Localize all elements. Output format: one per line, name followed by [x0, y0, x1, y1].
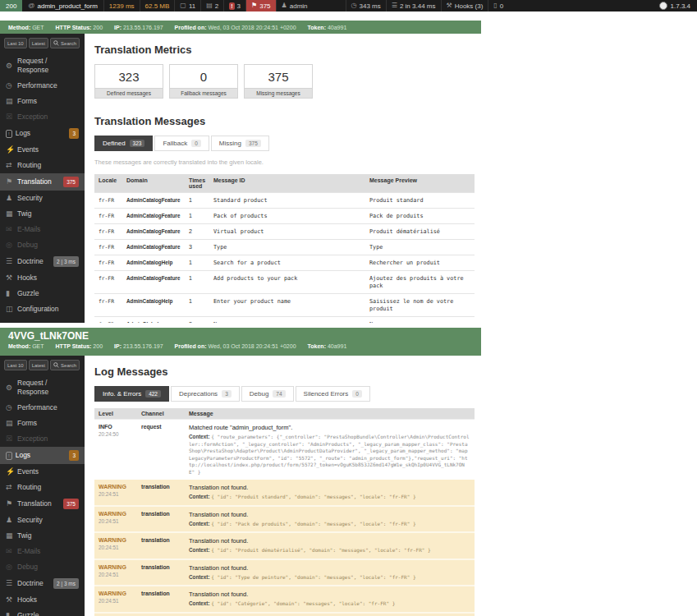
tab[interactable]: Defined 323 [94, 136, 153, 151]
toolbar-item[interactable]: ⚒ Hooks (3) [441, 0, 488, 11]
sidebar-item[interactable]: ▮ Guzzle [0, 286, 85, 301]
log-channel: translation [137, 480, 185, 506]
tab-count-badge: 3 [222, 390, 232, 398]
sidebar-item[interactable]: ⚑ Translation 375 [0, 173, 85, 191]
http-status-badge[interactable]: 200 [0, 0, 22, 11]
sidebar-item[interactable]: ☒ Exception [0, 109, 85, 125]
log-context: Context: { "id": "Produit dématérialisé"… [189, 547, 470, 554]
log-message: Translation not found. [189, 484, 470, 491]
profiler-meta-item: Profiled on: Wed, 03 Oct 2018 20:24:51 +… [175, 25, 296, 30]
sidebar-item[interactable]: ◎ Debug [0, 559, 85, 575]
tab[interactable]: Silenced Errors 0 [296, 386, 370, 402]
sidebar-item[interactable]: ⚒ Hooks [0, 270, 85, 286]
sidebar-button[interactable]: Search [50, 360, 80, 370]
sidebar-item[interactable]: ◷ Performance [0, 78, 85, 94]
sidebar-item-label: Hooks [17, 595, 37, 605]
log-message: Translation not found. [189, 591, 470, 598]
sidebar-button[interactable]: Latest [29, 38, 48, 48]
toolbar-item[interactable]: ☰ 2 in 3.44 ms [386, 0, 441, 11]
toolbar-version[interactable]: 1.7.3.4 [653, 0, 697, 11]
sidebar-item-icon: ▮ [6, 611, 17, 616]
toolbar-item[interactable]: 62.5 MB [140, 0, 175, 11]
tab[interactable]: Fallback 0 [154, 136, 209, 151]
toolbar-item[interactable]: ! 3 [223, 0, 245, 11]
toolbar-item-icon: ▤ [206, 2, 213, 9]
profiler-meta-item: IP: 213.55.176.197 [114, 343, 163, 349]
sidebar-item-label: Forms [17, 97, 37, 106]
cell-times-used: 1 [185, 271, 209, 294]
profiler-panel-logs: 4VVG_tLNk7ONE Method: GET HTTP Status: 2… [0, 328, 481, 616]
log-channel: translation [137, 586, 185, 613]
cell-message-id: Pack of products [209, 209, 365, 224]
toolbar-route[interactable]: @ admin_product_form [22, 0, 103, 11]
tab-note: These messages are correctly translated … [94, 159, 475, 166]
sidebar-item[interactable]: ☰ Doctrine 2 | 3 ms [0, 575, 85, 592]
metric-box: 323 Defined messages [94, 64, 163, 99]
meta-value: Wed, 03 Oct 2018 20:24:51 +0200 [208, 343, 296, 349]
sidebar-item[interactable]: ⚡ Events [0, 142, 85, 158]
toolbar-item[interactable]: ♟ admin [276, 0, 313, 11]
cell-times-used: 1 [185, 255, 209, 271]
sidebar-item[interactable]: ▦ Twig [0, 528, 85, 544]
sidebar-button[interactable]: Latest [29, 360, 48, 370]
sidebar-item[interactable]: ☒ Exception [0, 431, 85, 447]
toolbar-item[interactable]: ▯ 0 [488, 0, 508, 11]
sidebar-item-icon: ✉ [6, 547, 17, 556]
tab[interactable]: Deprecations 3 [171, 386, 240, 402]
context-value: { "id": "Type de peinture", "domain": "m… [211, 574, 415, 580]
toolbar-item[interactable]: 1239 ms [103, 0, 140, 11]
sidebar-item-label: Guzzle [17, 611, 39, 616]
sidebar-item[interactable]: ⚙ Request / Response [0, 375, 85, 400]
toolbar-item[interactable]: ▢ 11 [174, 0, 200, 11]
sidebar-item[interactable]: ⚑ Translation 375 [0, 495, 85, 513]
route-name: admin_product_form [37, 2, 97, 10]
sidebar-item[interactable]: ▤ Forms [0, 416, 85, 431]
sidebar-item-icon: ◎ [6, 563, 17, 572]
tab[interactable]: Info. & Errors 422 [94, 386, 169, 402]
tab-label: Deprecations [179, 390, 218, 398]
sidebar-item-label: Debug [17, 241, 38, 250]
sidebar-item[interactable]: ◷ Performance [0, 400, 85, 416]
sidebar-item-icon: ⚡ [6, 467, 17, 476]
sidebar-item[interactable]: ▦ Twig [0, 206, 85, 222]
tab-count-badge: 0 [352, 390, 362, 398]
sidebar-item[interactable]: ⚙ Request / Response [0, 53, 85, 78]
toolbar-right-group: ◷ 343 ms ☰ 2 in 3.44 ms ⚒ Hooks (3) ▯ 0 [346, 0, 509, 11]
sidebar-item[interactable]: ☰ Doctrine 2 | 3 ms [0, 253, 85, 270]
sidebar-button[interactable]: Last 10 [4, 38, 27, 48]
meta-value: 40a991 [328, 343, 346, 349]
sidebar-item[interactable]: ⇄ Routing [0, 480, 85, 495]
sidebar-item[interactable]: ♟ Security [0, 191, 85, 206]
sidebar-item[interactable]: ✉ E-Mails [0, 222, 85, 237]
log-row-warning: WARNING 20:24:51 translation Translation… [94, 559, 475, 586]
table-row: fr-FR AdminCatalogFeature 1 Standard pro… [94, 193, 475, 209]
sidebar-button[interactable]: Last 10 [4, 360, 27, 370]
sidebar-item-label: E-Mails [17, 547, 40, 556]
cell-message-id: Name [209, 317, 365, 324]
sidebar-item-label: Hooks [17, 274, 37, 283]
log-time: 20:24:51 [99, 491, 133, 497]
sidebar-item[interactable]: ♟ Security [0, 513, 85, 528]
tab[interactable]: Debug 74 [241, 386, 294, 402]
toolbar-item[interactable]: ◷ 343 ms [346, 0, 386, 11]
tab[interactable]: Missing 375 [211, 136, 269, 151]
toolbar-item-icon: ◷ [351, 2, 357, 9]
sidebar-item[interactable]: ⚒ Hooks [0, 592, 85, 608]
meta-label: Method: [8, 25, 30, 30]
sidebar-item[interactable]: ⇄ Routing [0, 158, 85, 173]
sidebar-item[interactable]: ◎ Debug [0, 237, 85, 253]
sidebar-item[interactable]: ! Logs 3 [0, 125, 85, 142]
toolbar-item[interactable]: ⚑ 375 [245, 0, 276, 11]
table-row: fr-FR AdminCatalogFeature 1 Pack of prod… [94, 209, 475, 224]
toolbar-item[interactable]: ▤ 2 [200, 0, 223, 11]
cell-locale: fr-FR [94, 209, 122, 224]
sidebar-item[interactable]: ! Logs 3 [0, 447, 85, 464]
sidebar-button[interactable]: Search [50, 38, 80, 48]
toolbar-item-text: 0 [500, 2, 503, 10]
sidebar-item[interactable]: ▮ Guzzle [0, 608, 85, 616]
sidebar-item[interactable]: ▤ Forms [0, 94, 85, 109]
sidebar-item[interactable]: ⚡ Events [0, 464, 85, 480]
sidebar-item[interactable]: ✉ E-Mails [0, 544, 85, 559]
sidebar-item[interactable]: ◫ Configuration [0, 301, 85, 317]
sidebar-item-label: Doctrine [17, 257, 44, 266]
